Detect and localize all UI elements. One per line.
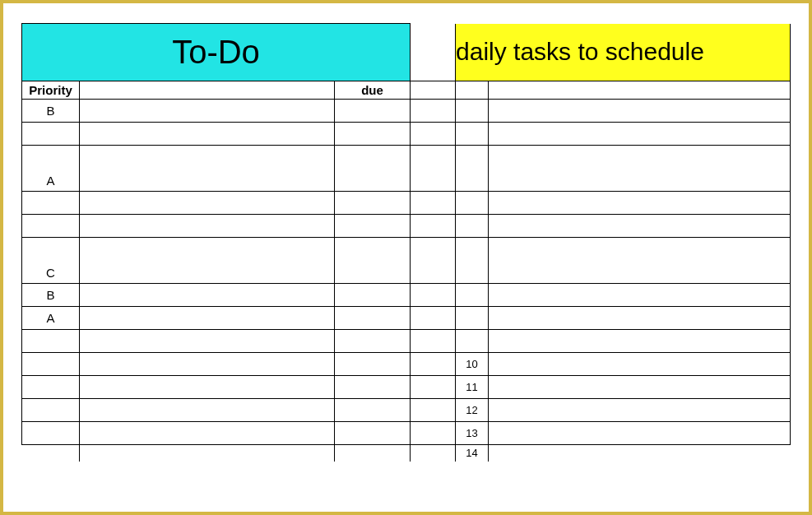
cell-priority[interactable]	[22, 445, 80, 462]
cell-sched[interactable]	[489, 445, 791, 462]
cell-gap[interactable]	[411, 146, 456, 192]
cell-priority[interactable]: B	[22, 284, 80, 307]
cell-task[interactable]	[80, 376, 335, 399]
cell-task[interactable]	[80, 353, 335, 376]
cell-due[interactable]	[335, 353, 411, 376]
cell-gap[interactable]	[411, 100, 456, 123]
cell-num[interactable]: 13	[456, 422, 489, 445]
cell-task[interactable]	[80, 123, 335, 146]
cell-due[interactable]	[335, 445, 411, 462]
cell-priority[interactable]: B	[22, 100, 80, 123]
cell-sched[interactable]	[489, 353, 791, 376]
cell-sched[interactable]	[489, 123, 791, 146]
cell-task[interactable]	[80, 399, 335, 422]
cell-priority[interactable]	[22, 376, 80, 399]
cell-gap[interactable]	[411, 330, 456, 353]
cell-due[interactable]	[335, 284, 411, 307]
cell-priority[interactable]	[22, 330, 80, 353]
cell-num[interactable]: 10	[456, 353, 489, 376]
cell-gap[interactable]	[411, 215, 456, 238]
cell-task[interactable]	[80, 238, 335, 284]
cell-num[interactable]	[456, 215, 489, 238]
cell-gap[interactable]	[411, 238, 456, 284]
cell-due[interactable]	[335, 399, 411, 422]
cell-due[interactable]	[335, 215, 411, 238]
cell-due[interactable]	[335, 123, 411, 146]
cell-task[interactable]	[80, 215, 335, 238]
cell-sched[interactable]	[489, 330, 791, 353]
cell-num[interactable]	[456, 307, 489, 330]
cell-due[interactable]	[335, 238, 411, 284]
cell-gap[interactable]	[411, 399, 456, 422]
cell-sched[interactable]	[489, 376, 791, 399]
cell-priority[interactable]	[22, 353, 80, 376]
cell-task[interactable]	[80, 284, 335, 307]
cell-num[interactable]: 14	[456, 445, 489, 462]
cell-task[interactable]	[80, 192, 335, 215]
cell-sched[interactable]	[489, 100, 791, 123]
cell-sched[interactable]	[489, 284, 791, 307]
col-header-num	[456, 81, 489, 100]
cell-due[interactable]	[335, 146, 411, 192]
cell-num[interactable]	[456, 330, 489, 353]
cell-num[interactable]: 11	[456, 376, 489, 399]
cell-num[interactable]	[456, 123, 489, 146]
page-canvas: To-Do daily tasks to schedule Priority d…	[3, 3, 809, 512]
cell-gap[interactable]	[411, 123, 456, 146]
schedule-title: daily tasks to schedule	[456, 24, 791, 81]
cell-sched[interactable]	[489, 399, 791, 422]
cell-gap[interactable]	[411, 284, 456, 307]
cell-task[interactable]	[80, 100, 335, 123]
cell-priority[interactable]: A	[22, 146, 80, 192]
col-header-due: due	[335, 81, 411, 100]
cell-due[interactable]	[335, 100, 411, 123]
cell-sched[interactable]	[489, 238, 791, 284]
cell-due[interactable]	[335, 307, 411, 330]
cell-priority[interactable]: C	[22, 238, 80, 284]
cell-sched[interactable]	[489, 215, 791, 238]
cell-gap[interactable]	[411, 307, 456, 330]
header-gap	[411, 24, 456, 81]
cell-priority[interactable]	[22, 399, 80, 422]
cell-task[interactable]	[80, 330, 335, 353]
cell-num[interactable]	[456, 146, 489, 192]
cell-num[interactable]	[456, 238, 489, 284]
cell-priority[interactable]	[22, 123, 80, 146]
todo-title: To-Do	[22, 24, 411, 81]
cell-priority[interactable]	[22, 422, 80, 445]
cell-due[interactable]	[335, 376, 411, 399]
cell-sched[interactable]	[489, 192, 791, 215]
cell-sched[interactable]	[489, 422, 791, 445]
cell-num[interactable]	[456, 100, 489, 123]
cell-task[interactable]	[80, 422, 335, 445]
cell-priority[interactable]	[22, 215, 80, 238]
cell-task[interactable]	[80, 307, 335, 330]
cell-num[interactable]	[456, 284, 489, 307]
cell-due[interactable]	[335, 422, 411, 445]
cell-sched[interactable]	[489, 146, 791, 192]
cell-due[interactable]	[335, 192, 411, 215]
cell-gap[interactable]	[411, 192, 456, 215]
col-header-sched	[489, 81, 791, 100]
cell-due[interactable]	[335, 330, 411, 353]
col-header-priority: Priority	[22, 81, 80, 100]
cell-num[interactable]: 12	[456, 399, 489, 422]
cell-priority[interactable]: A	[22, 307, 80, 330]
cell-task[interactable]	[80, 445, 335, 462]
cell-num[interactable]	[456, 192, 489, 215]
cell-gap[interactable]	[411, 445, 456, 462]
cell-task[interactable]	[80, 146, 335, 192]
todo-spreadsheet: To-Do daily tasks to schedule Priority d…	[21, 23, 791, 462]
col-header-gap	[411, 81, 456, 100]
cell-gap[interactable]	[411, 376, 456, 399]
col-header-task	[80, 81, 335, 100]
cell-gap[interactable]	[411, 422, 456, 445]
cell-sched[interactable]	[489, 307, 791, 330]
cell-gap[interactable]	[411, 353, 456, 376]
cell-priority[interactable]	[22, 192, 80, 215]
